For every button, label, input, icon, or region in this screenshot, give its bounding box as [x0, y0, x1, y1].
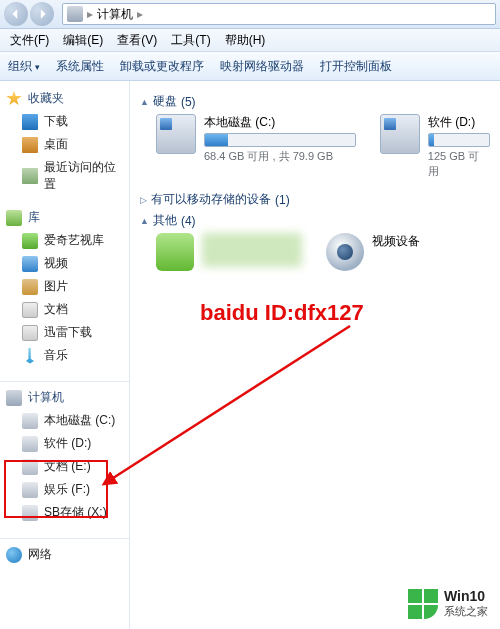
sidebar-item-documents[interactable]: 文档 — [0, 298, 129, 321]
nav-back-button[interactable] — [4, 2, 28, 26]
sidebar-item-desktop[interactable]: 桌面 — [0, 133, 129, 156]
breadcrumb-sep: ▸ — [137, 7, 143, 21]
sidebar-group-libraries[interactable]: 库 — [0, 206, 129, 229]
sidebar-item-drive-e[interactable]: 文档 (E:) — [0, 455, 129, 478]
computer-icon — [67, 6, 83, 22]
collapse-icon: ▲ — [140, 216, 149, 226]
sidebar-group-label: 库 — [28, 209, 40, 226]
section-other[interactable]: ▲ 其他 (4) — [140, 212, 490, 229]
hdd-icon — [380, 114, 420, 154]
drive-name: 本地磁盘 (C:) — [204, 114, 356, 131]
collapse-icon: ▲ — [140, 97, 149, 107]
app-icon — [22, 233, 38, 249]
computer-icon — [6, 390, 22, 406]
watermark-site: 系统之家 — [444, 604, 488, 619]
sidebar-item-drive-x[interactable]: SB存储 (X:) — [0, 501, 129, 524]
sidebar-item-label: 娱乐 (F:) — [44, 481, 90, 498]
section-hdd[interactable]: ▲ 硬盘 (5) — [140, 93, 490, 110]
sidebar-item-thunder[interactable]: 迅雷下载 — [0, 321, 129, 344]
drive-info: 68.4 GB 可用 , 共 79.9 GB — [204, 149, 356, 164]
sidebar-group-favorites[interactable]: 收藏夹 — [0, 87, 129, 110]
star-icon — [6, 91, 22, 107]
sidebar-item-recent[interactable]: 最近访问的位置 — [0, 156, 129, 196]
sidebar-item-label: 软件 (D:) — [44, 435, 91, 452]
menu-file[interactable]: 文件(F) — [4, 30, 55, 51]
section-count: (5) — [181, 95, 196, 109]
content-pane: ▲ 硬盘 (5) 本地磁盘 (C:) 68.4 GB 可用 , 共 79.9 G… — [130, 81, 500, 629]
hdd-icon — [22, 505, 38, 521]
menubar: 文件(F) 编辑(E) 查看(V) 工具(T) 帮助(H) — [0, 29, 500, 52]
document-icon — [22, 325, 38, 341]
app-icon — [156, 233, 194, 271]
sidebar-item-label: 视频 — [44, 255, 68, 272]
sidebar-item-drive-f[interactable]: 娱乐 (F:) — [0, 478, 129, 501]
toolbar-mapnet[interactable]: 映射网络驱动器 — [220, 58, 304, 75]
document-icon — [22, 302, 38, 318]
address-bar[interactable]: ▸ 计算机 ▸ — [62, 3, 496, 25]
expand-icon: ▷ — [140, 195, 147, 205]
hdd-icon — [22, 459, 38, 475]
drive-d[interactable]: 软件 (D:) 125 GB 可用 — [380, 114, 490, 179]
sidebar-item-label: 文档 — [44, 301, 68, 318]
sidebar-item-videos[interactable]: 视频 — [0, 252, 129, 275]
hdd-icon — [22, 413, 38, 429]
sidebar-item-drive-d[interactable]: 软件 (D:) — [0, 432, 129, 455]
sidebar-item-music[interactable]: 音乐 — [0, 344, 129, 367]
sidebar: 收藏夹 下载 桌面 最近访问的位置 库 爱奇艺视库 视频 图片 文档 迅雷下载 … — [0, 81, 130, 629]
hdd-icon — [22, 436, 38, 452]
watermark: Win10 系统之家 — [402, 584, 494, 623]
other-item-camera[interactable]: 视频设备 — [326, 233, 420, 271]
sidebar-item-downloads[interactable]: 下载 — [0, 110, 129, 133]
section-removable[interactable]: ▷ 有可以移动存储的设备 (1) — [140, 191, 490, 208]
toolbar-sysprops[interactable]: 系统属性 — [56, 58, 104, 75]
sidebar-item-label: 图片 — [44, 278, 68, 295]
toolbar-organize[interactable]: 组织 — [8, 58, 40, 75]
sidebar-item-label: 下载 — [44, 113, 68, 130]
nav-forward-button[interactable] — [30, 2, 54, 26]
sidebar-item-label: 音乐 — [44, 347, 68, 364]
section-count: (4) — [181, 214, 196, 228]
sidebar-item-label: 迅雷下载 — [44, 324, 92, 341]
section-title: 其他 — [153, 212, 177, 229]
camera-icon — [326, 233, 364, 271]
sidebar-group-label: 计算机 — [28, 389, 64, 406]
music-icon — [22, 348, 38, 364]
breadcrumb-location[interactable]: 计算机 — [97, 6, 133, 23]
sidebar-item-label: 网络 — [28, 546, 52, 563]
menu-tools[interactable]: 工具(T) — [165, 30, 216, 51]
sidebar-item-label: 桌面 — [44, 136, 68, 153]
sidebar-group-computer[interactable]: 计算机 — [0, 386, 129, 409]
sidebar-item-pictures[interactable]: 图片 — [0, 275, 129, 298]
toolbar-cpanel[interactable]: 打开控制面板 — [320, 58, 392, 75]
sidebar-item-label: 最近访问的位置 — [44, 159, 123, 193]
desktop-icon — [22, 137, 38, 153]
section-count: (1) — [275, 193, 290, 207]
video-icon — [22, 256, 38, 272]
watermark-logo-icon — [408, 589, 438, 619]
picture-icon — [22, 279, 38, 295]
section-title: 硬盘 — [153, 93, 177, 110]
other-item-blurred[interactable] — [156, 233, 302, 271]
titlebar: ▸ 计算机 ▸ — [0, 0, 500, 29]
sidebar-item-iqiyi[interactable]: 爱奇艺视库 — [0, 229, 129, 252]
download-icon — [22, 114, 38, 130]
device-name: 视频设备 — [372, 233, 420, 250]
menu-view[interactable]: 查看(V) — [111, 30, 163, 51]
section-title: 有可以移动存储的设备 — [151, 191, 271, 208]
sidebar-item-label: SB存储 (X:) — [44, 504, 107, 521]
sidebar-group-label: 收藏夹 — [28, 90, 64, 107]
toolbar: 组织 系统属性 卸载或更改程序 映射网络驱动器 打开控制面板 — [0, 52, 500, 81]
sidebar-item-network[interactable]: 网络 — [0, 543, 129, 566]
watermark-brand: Win10 — [444, 588, 488, 604]
library-icon — [6, 210, 22, 226]
recent-icon — [22, 168, 38, 184]
hdd-icon — [156, 114, 196, 154]
toolbar-uninstall[interactable]: 卸载或更改程序 — [120, 58, 204, 75]
breadcrumb-sep: ▸ — [87, 7, 93, 21]
menu-help[interactable]: 帮助(H) — [219, 30, 272, 51]
sidebar-item-drive-c[interactable]: 本地磁盘 (C:) — [0, 409, 129, 432]
sidebar-item-label: 爱奇艺视库 — [44, 232, 104, 249]
drive-c[interactable]: 本地磁盘 (C:) 68.4 GB 可用 , 共 79.9 GB — [156, 114, 356, 179]
drive-name: 软件 (D:) — [428, 114, 490, 131]
menu-edit[interactable]: 编辑(E) — [57, 30, 109, 51]
